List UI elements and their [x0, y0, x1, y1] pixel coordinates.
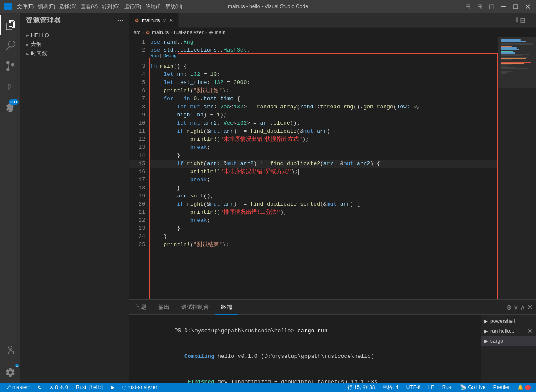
code-line-4: let nn: i32 = 10;: [149, 70, 498, 78]
titlebar-left: 文件(F) 编辑(E) 选择(S) 查看(V) 转到(G) 运行(R) 终端(I…: [4, 3, 182, 10]
split-editor-icon[interactable]: ⫴: [515, 16, 518, 24]
shell-item-cargo[interactable]: ▶ cargo: [481, 336, 536, 346]
panel-tab-output[interactable]: 输出: [152, 300, 175, 315]
code-line-24: }: [149, 232, 498, 241]
activity-extensions[interactable]: 6K+: [0, 97, 20, 117]
tree-item-hello[interactable]: ▶ HELLO: [20, 30, 129, 40]
activity-run[interactable]: [0, 76, 20, 97]
activity-bar: 6K+ 1: [0, 13, 20, 383]
terminal-more-icon[interactable]: ∨: [513, 303, 519, 311]
code-line-10: let mut arr2: Vec<i32> = arr.clone();: [149, 119, 498, 127]
menu-terminal[interactable]: 终端(I): [146, 3, 160, 10]
status-encoding[interactable]: UTF-8: [404, 383, 423, 392]
breadcrumb-fn-icon: ⊕: [209, 29, 213, 35]
activity-scm[interactable]: [0, 56, 20, 76]
close-button[interactable]: ✕: [523, 3, 532, 11]
warning-icon: ⚠: [59, 384, 64, 390]
panel-tabs: 问题 输出 调试控制台 终端 ⊕ ∨ ∧ ✕: [129, 300, 536, 315]
arrow-icon: ▶: [26, 33, 29, 38]
breadcrumb-src[interactable]: src: [134, 29, 140, 35]
shell-close-icon[interactable]: ✕: [527, 328, 533, 334]
panel-tab-terminal[interactable]: 终端: [215, 300, 238, 315]
more-actions-icon[interactable]: ···: [527, 16, 533, 24]
menu-file[interactable]: 文件(F): [17, 3, 34, 10]
status-rust[interactable]: Rust: [hello]: [73, 383, 105, 392]
terminal-line-1: PS D:\mysetup\gopath\rustcode\hello> car…: [134, 318, 475, 344]
panel-tab-problems[interactable]: 问题: [129, 300, 152, 315]
menu-edit[interactable]: 编辑(E): [38, 3, 55, 10]
code-line-21: println!("排序情况出错!二分法");: [149, 208, 498, 216]
tree-item-timeline[interactable]: ▶ 时间线: [20, 49, 129, 58]
status-notifications[interactable]: 🔔 1: [515, 383, 533, 392]
activity-account[interactable]: [0, 340, 20, 360]
breadcrumb: src › ⚙ main.rs › rust-analyzer › ⊕ main: [129, 28, 536, 37]
spinner-icon: ◌: [122, 384, 126, 390]
status-sync[interactable]: ↻: [35, 383, 44, 392]
code-content[interactable]: use rand::Rng; use std::collections::Has…: [149, 37, 498, 299]
breadcrumb-fn[interactable]: main: [215, 29, 226, 35]
layout2-icon[interactable]: ⊞: [475, 3, 484, 11]
arrow-icon: ▶: [26, 42, 29, 47]
code-line-8: let mut arr: Vec<i32> = random_array(ran…: [149, 103, 498, 111]
shell-item-powershell[interactable]: ▶ powershell: [481, 317, 536, 326]
terminal-line-3: Finished dev [unoptimized + debuginfo] t…: [134, 369, 475, 383]
status-left: ⎇ master* ↻ ✕ 0 ⚠ 0 Rust: [hello] ▶ ◌ ru…: [3, 383, 160, 392]
tab-main-rs[interactable]: ⚙ main.rs M ✕: [129, 13, 179, 28]
activity-explorer[interactable]: [0, 15, 20, 35]
play-icon: ▶: [111, 384, 114, 390]
status-analyzer[interactable]: ◌ rust-analyzer: [119, 383, 160, 392]
tab-modified: M: [163, 18, 166, 23]
new-terminal-icon[interactable]: ⊕: [506, 303, 512, 311]
tree-item-label: 时间线: [31, 50, 47, 58]
git-branch-icon: ⎇: [5, 384, 11, 390]
panel-tab-debug[interactable]: 调试控制台: [175, 300, 215, 315]
run-debug-link[interactable]: Run | Debug: [149, 53, 178, 58]
status-prettier[interactable]: Prettier: [491, 383, 513, 392]
editor-area: ⚙ main.rs M ✕ ⫴ ⊟ ··· src › ⚙ main.rs › …: [129, 13, 536, 383]
sidebar: 资源管理器 ··· ▶ HELLO ▶ 大纲 ▶ 时间线: [20, 13, 129, 383]
menu-help[interactable]: 帮助(H): [165, 3, 183, 10]
menu-view[interactable]: 查看(V): [81, 3, 98, 10]
terminal-icon: ▶: [484, 328, 488, 334]
maximize-button[interactable]: □: [511, 3, 520, 10]
status-language[interactable]: Rust: [440, 383, 455, 392]
antenna-icon: 📡: [460, 384, 466, 390]
minimize-button[interactable]: ─: [499, 3, 508, 10]
code-line-25: println!("测试结束");: [149, 241, 498, 249]
toggle-panel-icon[interactable]: ⊟: [520, 16, 525, 24]
status-branch[interactable]: ⎇ master*: [3, 383, 32, 392]
menu-run[interactable]: 运行(R): [124, 3, 142, 10]
customize-icon[interactable]: ⊡: [487, 3, 496, 11]
status-spaces[interactable]: 空格: 4: [380, 383, 401, 392]
tree-item-outline[interactable]: ▶ 大纲: [20, 40, 129, 49]
status-bar: ⎇ master* ↻ ✕ 0 ⚠ 0 Rust: [hello] ▶ ◌ ru…: [0, 383, 536, 392]
status-errors[interactable]: ✕ 0 ⚠ 0: [47, 383, 70, 392]
sidebar-more-icon[interactable]: ···: [117, 17, 124, 25]
status-golive[interactable]: 📡 Go Live: [457, 383, 488, 392]
debug-link[interactable]: Debug: [163, 53, 176, 58]
shell-item-run-hello[interactable]: ▶ run hello... ✕: [481, 326, 536, 336]
terminal-main[interactable]: PS D:\mysetup\gopath\rustcode\hello> car…: [129, 315, 481, 383]
breadcrumb-file[interactable]: main.rs: [152, 29, 169, 35]
tab-close-icon[interactable]: ✕: [169, 17, 173, 23]
minimap-slider[interactable]: [498, 37, 536, 88]
status-position[interactable]: 行 15, 列 38: [345, 383, 377, 392]
code-line-11: if right(&mut arr) != find_duplicate(&mu…: [149, 127, 498, 135]
code-line-3: fn main() {: [149, 62, 498, 70]
menu-select[interactable]: 选择(S): [59, 3, 76, 10]
status-line-ending[interactable]: LF: [426, 383, 437, 392]
terminal-up-icon[interactable]: ∧: [520, 303, 525, 311]
activity-settings[interactable]: 1: [0, 362, 20, 383]
code-line-1: use rand::Rng;: [149, 38, 498, 46]
terminal-close-icon[interactable]: ✕: [527, 303, 533, 311]
breadcrumb-sep3: ›: [205, 29, 207, 35]
layout-icon[interactable]: ⊟: [463, 3, 472, 11]
activity-search[interactable]: [0, 35, 20, 56]
code-line-23: }: [149, 224, 498, 232]
code-editor[interactable]: Run | Debug 1 2 3 4 5 6 7 8 9 10 11 12 1…: [129, 37, 536, 299]
arrow-icon: ▶: [26, 52, 29, 56]
status-run-icon[interactable]: ▶: [108, 383, 117, 392]
breadcrumb-analyzer[interactable]: rust-analyzer: [174, 29, 203, 35]
menu-goto[interactable]: 转到(G): [102, 3, 119, 10]
run-link[interactable]: Run: [150, 53, 159, 58]
